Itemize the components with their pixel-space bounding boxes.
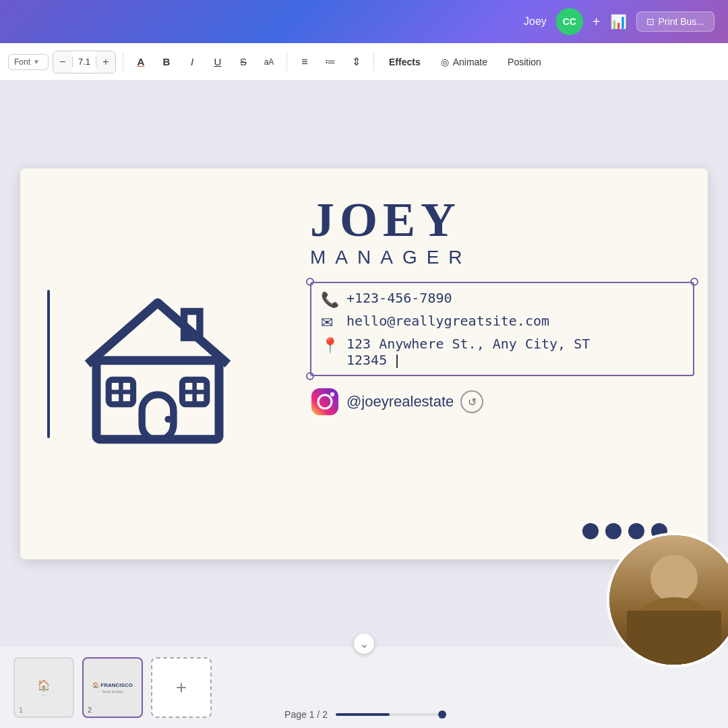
vertical-divider — [47, 290, 50, 438]
house-icon — [63, 276, 252, 452]
animate-icon: ◎ — [441, 57, 449, 67]
main-canvas-area: JOEY MANAGER 📞 +123-456-7890 ✉ he — [0, 81, 728, 647]
effects-button[interactable]: Effects — [381, 53, 429, 71]
align-icon: ≡ — [301, 56, 307, 68]
instagram-handle: @joeyrealestate — [346, 393, 454, 411]
svg-rect-10 — [311, 388, 338, 415]
spacing-button[interactable]: ⇕ — [345, 51, 367, 73]
page-progress-dot — [438, 710, 446, 719]
toolbar: Font ▼ − + A B I U S aA ≡ ≔ ⇕ Effects ◎ … — [0, 43, 728, 81]
header-username: Joey — [524, 16, 547, 28]
bold-button[interactable]: B — [156, 51, 177, 73]
collapse-button[interactable]: ⌄ — [354, 634, 374, 654]
add-collaborator-button[interactable]: + — [593, 14, 601, 30]
font-size-decrease-button[interactable]: − — [53, 51, 72, 73]
user-avatar[interactable]: CC — [556, 8, 583, 35]
email-row: ✉ hello@reallygreatsite.com — [321, 313, 684, 332]
chevron-down-icon: ▼ — [33, 58, 40, 65]
separator-2 — [286, 53, 287, 71]
italic-button[interactable]: I — [181, 51, 203, 73]
svg-rect-0 — [96, 361, 219, 439]
animate-button[interactable]: ◎ Animate — [433, 53, 495, 71]
contact-info-container[interactable]: 📞 +123-456-7890 ✉ hello@reallygreatsite.… — [310, 282, 694, 376]
font-size-control: − + — [53, 51, 116, 73]
font-size-input[interactable] — [72, 57, 96, 67]
align-button[interactable]: ≡ — [294, 51, 315, 73]
page-counter-bar: Page 1 / 2 — [284, 709, 444, 720]
svg-point-12 — [330, 392, 334, 396]
font-family-value: Font — [14, 57, 30, 67]
spacing-icon: ⇕ — [352, 55, 361, 68]
email-icon: ✉ — [321, 314, 340, 332]
phone-number: +123-456-7890 — [346, 290, 452, 306]
print-button[interactable]: ⊡ Print Bus... — [636, 11, 715, 32]
instagram-icon — [310, 387, 340, 417]
location-icon: 📍 — [321, 337, 340, 355]
address-line2: 12345 — [346, 352, 590, 368]
right-content-section: JOEY MANAGER 📞 +123-456-7890 ✉ he — [310, 195, 694, 417]
page-thumb-2[interactable]: 🏠 FRANCISCO Real Estate 2 — [82, 657, 143, 718]
page-counter-label: Page 1 / 2 — [284, 709, 328, 720]
contact-box: 📞 +123-456-7890 ✉ hello@reallygreatsite.… — [310, 282, 694, 376]
page-thumb-1[interactable]: 🏠 ... 1 — [13, 657, 74, 718]
page-2-content: 🏠 FRANCISCO Real Estate — [90, 679, 135, 696]
person-role: MANAGER — [310, 247, 694, 268]
page-progress-fill — [336, 713, 390, 716]
page-progress-track — [336, 713, 444, 716]
email-address: hello@reallygreatsite.com — [346, 313, 549, 329]
svg-point-3 — [164, 416, 171, 423]
underline-button[interactable]: U — [207, 51, 229, 73]
phone-row: 📞 +123-456-7890 — [321, 290, 684, 309]
chart-icon: 📊 — [610, 13, 627, 30]
page-2-number: 2 — [88, 706, 92, 714]
house-section — [47, 276, 290, 452]
text-cursor — [396, 355, 398, 368]
page-1-number: 1 — [19, 706, 23, 714]
instagram-row: @joeyrealestate ↺ — [310, 387, 694, 417]
design-canvas[interactable]: JOEY MANAGER 📞 +123-456-7890 ✉ he — [20, 169, 708, 559]
list-button[interactable]: ≔ — [320, 51, 341, 73]
person-name: JOEY — [310, 195, 694, 244]
phone-icon: 📞 — [321, 291, 340, 309]
add-page-button[interactable]: + — [151, 657, 212, 718]
address-line1: 123 Anywhere St., Any City, ST — [346, 336, 590, 352]
dot-1 — [582, 523, 599, 539]
separator-3 — [373, 53, 374, 71]
font-color-button[interactable]: A — [130, 51, 152, 73]
position-button[interactable]: Position — [499, 53, 549, 71]
font-family-dropdown[interactable]: Font ▼ — [8, 54, 49, 70]
refresh-button[interactable]: ↺ — [460, 390, 483, 413]
page-1-content: 🏠 ... — [37, 679, 51, 696]
address-row: 📍 123 Anywhere St., Any City, ST 12345 — [321, 336, 684, 368]
top-header: Joey CC + 📊 ⊡ Print Bus... — [0, 0, 728, 43]
case-button[interactable]: aA — [258, 51, 280, 73]
person-photo-avatar — [607, 533, 728, 667]
font-size-increase-button[interactable]: + — [96, 51, 115, 73]
separator-1 — [123, 53, 123, 71]
list-icon: ≔ — [325, 55, 336, 68]
print-icon: ⊡ — [646, 16, 655, 27]
strikethrough-button[interactable]: S — [233, 51, 254, 73]
